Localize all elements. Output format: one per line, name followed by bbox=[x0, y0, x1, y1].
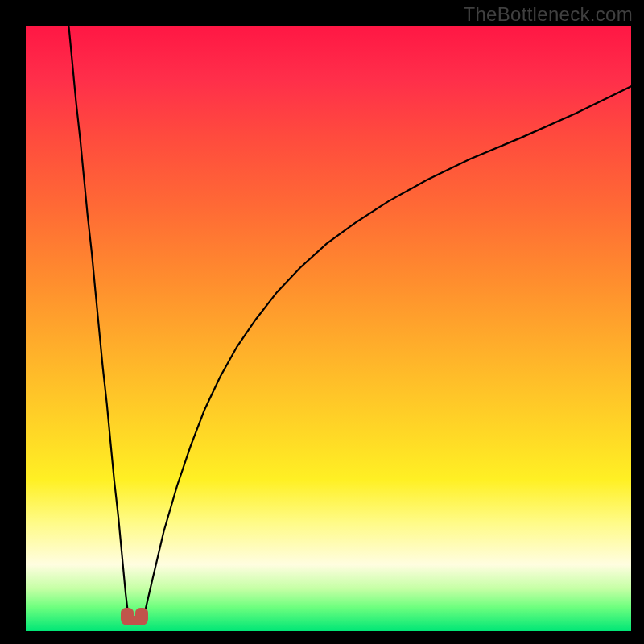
curve-left-branch bbox=[68, 26, 128, 619]
curve-right-branch bbox=[143, 86, 631, 619]
curve-layer bbox=[26, 26, 631, 631]
plot-area bbox=[26, 26, 631, 631]
watermark-text: TheBottleneck.com bbox=[463, 3, 633, 26]
chart-frame: TheBottleneck.com bbox=[0, 0, 644, 644]
